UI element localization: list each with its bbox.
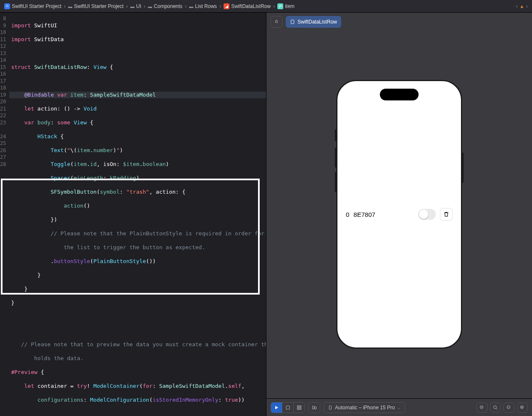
trash-icon	[443, 211, 449, 217]
svg-point-12	[494, 405, 497, 408]
toggle-switch[interactable]	[418, 209, 436, 220]
zoom-fit-button[interactable]	[490, 403, 501, 413]
crumb-target[interactable]: SwiftUI Starter Project	[68, 3, 124, 9]
selectable-preview-button[interactable]	[282, 403, 293, 413]
phone-side-button	[335, 129, 337, 141]
zoom-out-icon	[479, 405, 485, 410]
preview-pane: SwiftDataListRow 0 8E7807	[266, 13, 532, 416]
chevron-down-icon: ⌵	[398, 405, 400, 411]
zoom-fit-icon	[493, 405, 498, 410]
iphone-mockup: 0 8E7807	[336, 80, 462, 349]
zoom-in-button[interactable]	[517, 403, 528, 413]
list-row: 0 8E7807	[342, 208, 457, 221]
svg-rect-6	[300, 408, 301, 410]
cursor-icon	[285, 405, 290, 410]
play-icon	[274, 405, 279, 410]
swift-file-icon: ◢	[224, 3, 229, 9]
chevron-right-icon: ›	[144, 3, 145, 9]
svg-rect-4	[300, 405, 301, 407]
row-id-label: 8E7807	[353, 211, 375, 218]
zoom-100-icon: 1	[506, 405, 511, 410]
zoom-out-button[interactable]	[477, 403, 487, 413]
phone-side-button	[335, 172, 337, 192]
folder-icon	[68, 3, 72, 9]
source-editor[interactable]: 8910111213141516171819202122232425262728…	[0, 13, 266, 416]
device-settings-button[interactable]	[309, 403, 320, 413]
crumb-ui[interactable]: UI	[130, 3, 141, 9]
variants-button[interactable]	[294, 403, 305, 413]
svg-rect-9	[329, 405, 332, 409]
line-number-gutter: 8910111213141516171819202122232425262728	[0, 13, 9, 416]
preview-tab[interactable]: SwiftDataListRow	[286, 16, 341, 28]
crumb-components[interactable]: Components	[148, 3, 182, 9]
chevron-right-icon: ›	[219, 3, 221, 9]
device-selector[interactable]: Automatic – iPhone 15 Pro ⌵	[324, 402, 405, 413]
live-preview-button[interactable]	[271, 403, 282, 413]
warning-icon[interactable]: ▲	[519, 3, 524, 9]
phone-side-button	[462, 153, 464, 183]
svg-rect-5	[298, 408, 299, 410]
grid-icon	[297, 405, 302, 410]
chevron-right-icon: ›	[64, 3, 66, 9]
code-area[interactable]: import SwiftUI import SwiftData struct S…	[9, 13, 266, 416]
document-icon	[290, 19, 295, 24]
nav-forward-icon[interactable]: ›	[526, 3, 528, 9]
pin-button[interactable]	[271, 16, 282, 28]
svg-rect-8	[315, 407, 316, 409]
xcode-project-icon: ⧉	[4, 3, 10, 9]
svg-marker-1	[275, 406, 278, 409]
zoom-actual-button[interactable]: 1	[503, 403, 514, 413]
svg-rect-3	[298, 405, 299, 407]
settings-icon	[311, 405, 317, 410]
folder-icon	[189, 3, 193, 9]
svg-rect-0	[291, 20, 294, 24]
phone-side-button	[335, 147, 337, 168]
delete-button[interactable]	[440, 208, 453, 221]
nav-back-icon[interactable]: ‹	[516, 3, 518, 9]
chevron-right-icon: ›	[126, 3, 128, 9]
row-number-label: 0	[346, 211, 349, 218]
svg-rect-2	[286, 406, 290, 409]
folder-icon	[148, 3, 152, 9]
property-icon: P	[277, 3, 283, 9]
pin-icon	[274, 19, 279, 25]
zoom-in-icon	[520, 405, 525, 410]
svg-rect-7	[313, 406, 314, 409]
crumb-listrows[interactable]: List Rows	[189, 3, 217, 9]
chevron-right-icon: ›	[273, 3, 275, 9]
folder-icon	[130, 3, 134, 9]
svg-text:1: 1	[508, 406, 509, 408]
crumb-file[interactable]: ◢ SwiftDataListRow	[224, 3, 271, 9]
chevron-right-icon: ›	[185, 3, 187, 9]
crumb-symbol[interactable]: P item	[277, 3, 295, 9]
svg-line-13	[496, 408, 498, 409]
preview-toolbar: Automatic – iPhone 15 Pro ⌵ 1	[266, 398, 532, 416]
crumb-project[interactable]: ⧉ SwiftUI Starter Project	[4, 3, 61, 9]
breadcrumb-bar: ⧉ SwiftUI Starter Project › SwiftUI Star…	[0, 0, 532, 13]
phone-icon	[328, 405, 332, 411]
